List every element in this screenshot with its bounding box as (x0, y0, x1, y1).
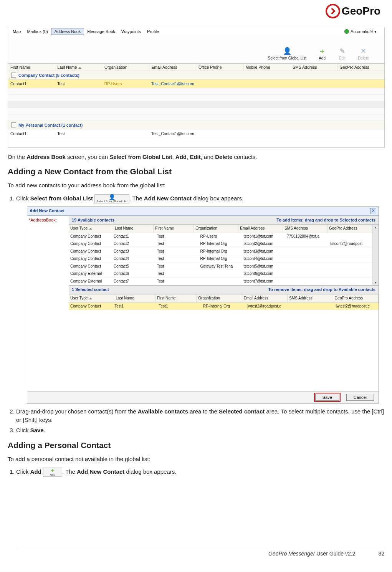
menu-address-book[interactable]: Address Book (51, 28, 84, 35)
col-office-phone[interactable]: Office Phone (196, 64, 243, 71)
selected-count: 1 Selected contact (72, 287, 109, 293)
select-from-global-list-button[interactable]: 👤 Select from Global List (268, 47, 306, 60)
col-user-type[interactable]: User Type (69, 225, 113, 233)
menu-message-book[interactable]: Message Book (84, 28, 118, 35)
cell-email: Test_Contact1@tst.com (149, 81, 197, 87)
selected-contacts-list[interactable]: Company ContactTest1Test1RP-Internal Org… (69, 303, 379, 349)
table-row[interactable]: Company ExternalContact6Testtstcont6@tst… (69, 270, 372, 278)
step-1: Click Select from Global List 👤 Select f… (16, 194, 384, 403)
heading-adding-from-global: Adding a New Contact from the Global Lis… (8, 167, 384, 176)
close-icon[interactable]: ✕ (370, 208, 376, 214)
table-row[interactable]: Company ContactContact1TestRP-Userststco… (69, 233, 372, 241)
vertical-scrollbar[interactable]: ▴ ▾ (372, 225, 379, 285)
col-last-name[interactable]: Last Name (113, 225, 154, 233)
table-row[interactable]: Contact1 Test Test_Contact1@tst.com (8, 129, 384, 138)
connection-status[interactable]: Automatic 9 ▾ (344, 29, 383, 34)
col-user-type[interactable]: User Type (69, 294, 114, 303)
menu-profile[interactable]: Profile (144, 28, 162, 35)
cell-org (102, 131, 149, 137)
grid-header: First Name Last Name Organization Email … (8, 63, 384, 71)
group-company-contact[interactable]: − Company Contact (5 contacts) (8, 71, 384, 79)
cell-first: Contact1 (8, 81, 55, 87)
menu-waypoints[interactable]: Waypoints (118, 28, 144, 35)
address-book-screenshot: Map Mailbox (0) Address Book Message Boo… (8, 27, 385, 148)
person-globe-icon: 👤 (96, 195, 127, 199)
col-mobile-phone[interactable]: Mobile Phone (243, 64, 291, 71)
delete-x-icon: ✕ (359, 47, 368, 55)
col-email[interactable]: Email Address (149, 64, 197, 71)
col-email[interactable]: Email Address (242, 294, 288, 303)
plus-icon: ＋ (318, 47, 326, 55)
save-button[interactable]: Save (315, 394, 339, 401)
steps-personal: Click Add ＋ Add . The Add New Contact di… (8, 468, 384, 477)
cell-last: Test (55, 81, 102, 87)
menu-map[interactable]: Map (10, 28, 24, 35)
status-dot-icon (344, 29, 349, 34)
geopro-logo: GeoPro (326, 4, 380, 18)
col-geopro[interactable]: GeoPro Address (327, 225, 372, 233)
menu-mailbox[interactable]: Mailbox (0) (24, 28, 51, 35)
edit-icon: ✎ (338, 47, 346, 55)
col-last-name[interactable]: Last Name (55, 64, 103, 71)
tool-label: Add (319, 56, 326, 60)
col-sms[interactable]: SMS Address (283, 225, 327, 233)
col-geopro-address[interactable]: GeoPro Address (337, 64, 385, 71)
available-header: 19 Available contacts To add items: drag… (69, 216, 379, 225)
intro-personal: To add a personal contact not available … (8, 455, 380, 463)
footer-page-number: 32 (378, 551, 384, 557)
step-1: Click Add ＋ Add . The Add New Contact di… (16, 468, 384, 477)
delete-button[interactable]: ✕ Delete (358, 47, 369, 60)
available-contacts-list[interactable]: Company ContactContact1TestRP-Userststco… (69, 233, 372, 286)
scroll-down-icon[interactable]: ▾ (375, 280, 377, 285)
logo-icon (326, 4, 340, 18)
group-personal-contact[interactable]: − My Personal Contact (1 contact) (8, 121, 384, 129)
col-sms[interactable]: SMS Address (288, 294, 333, 303)
col-geopro[interactable]: GeoPro Address (333, 294, 379, 303)
col-organization[interactable]: Organization (102, 64, 149, 71)
empty-row (8, 101, 384, 108)
group-title: Company Contact (5 contacts) (18, 73, 79, 78)
inline-add-button: ＋ Add (43, 468, 62, 477)
empty-row (8, 114, 384, 121)
table-row[interactable]: Company ContactContact3TestRP-Internal O… (69, 248, 372, 256)
table-row[interactable]: Company ExternalContact7Testtstcont7@tst… (69, 278, 372, 286)
dialog-footer: Save Cancel (27, 391, 379, 403)
heading-adding-personal: Adding a Personal Contact (8, 441, 384, 450)
add-button[interactable]: ＋ Add (318, 47, 326, 60)
table-row[interactable]: Company ContactContact4TestRP-Internal O… (69, 255, 372, 263)
selected-hint: To remove items: drag and drop to Availa… (268, 287, 375, 293)
col-first-name[interactable]: First Name (154, 225, 194, 233)
table-row[interactable]: Contact1 Test RP-Users Test_Contact1@tst… (8, 79, 384, 88)
selected-grid-header: User Type Last Name First Name Organizat… (69, 294, 379, 303)
table-row[interactable]: Company ContactContact5TestGateway Test … (69, 263, 372, 271)
tool-label: Edit (339, 56, 345, 60)
table-row[interactable]: Company ContactContact2TestRP-Internal O… (69, 240, 372, 248)
cell-email: Test_Contact1@tst.com (149, 131, 197, 137)
plus-icon: ＋ (45, 468, 60, 473)
tool-label: Select from Global List (268, 56, 306, 60)
edit-button[interactable]: ✎ Edit (338, 47, 346, 60)
available-grid-header: User Type Last Name First Name Organizat… (69, 225, 372, 233)
dialog-title: Add New Contact (30, 208, 65, 214)
step-2: Drag-and-drop your chosen contact(s) fro… (16, 407, 384, 424)
cancel-button[interactable]: Cancel (346, 394, 374, 401)
col-sms-address[interactable]: SMS Address (290, 64, 337, 71)
scroll-up-icon[interactable]: ▴ (375, 225, 377, 230)
table-row[interactable]: Company ContactTest1Test1RP-Internal Org… (69, 303, 379, 311)
collapse-icon[interactable]: − (11, 122, 16, 127)
col-first-name[interactable]: First Name (155, 294, 197, 303)
footer-doc-title: GeoPro Messenger User Guide v2.2 (268, 551, 355, 557)
cell-last: Test (55, 131, 102, 137)
add-new-contact-dialog: Add New Contact ✕ *AddressBook: 19 Avail… (27, 207, 379, 403)
address-book-toolbar: 👤 Select from Global List ＋ Add ✎ Edit ✕… (8, 36, 384, 63)
col-first-name[interactable]: First Name (8, 64, 55, 71)
cell-first: Contact1 (8, 131, 55, 137)
col-organization[interactable]: Organization (194, 225, 238, 233)
collapse-icon[interactable]: − (11, 73, 16, 78)
col-email[interactable]: Email Address (238, 225, 283, 233)
col-last-name[interactable]: Last Name (114, 294, 155, 303)
step-3: Click Save. (16, 426, 384, 435)
status-label: Automatic 9 (351, 29, 373, 34)
tool-label: Delete (358, 56, 369, 60)
col-organization[interactable]: Organization (197, 294, 242, 303)
